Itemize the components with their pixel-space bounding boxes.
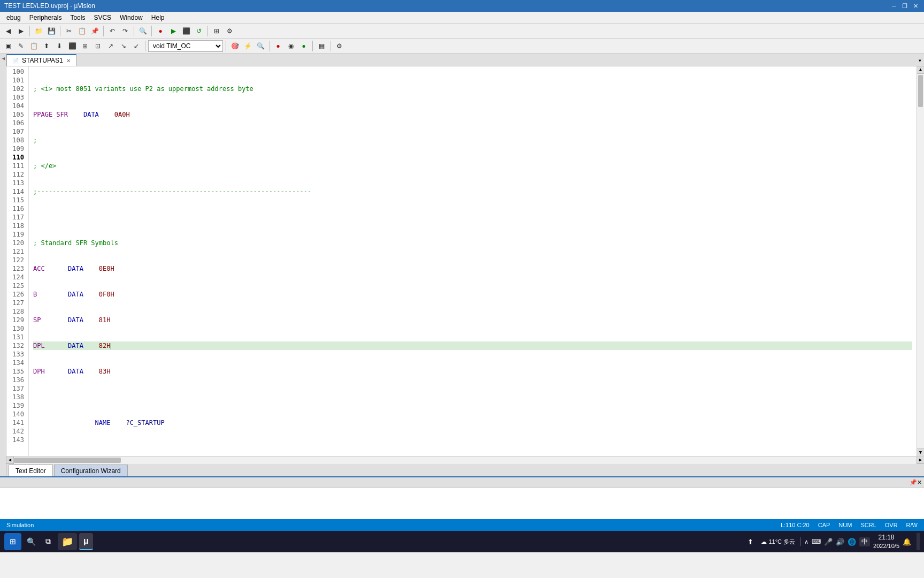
toolbar2-red-dot[interactable]: ●	[272, 40, 284, 52]
ln-141: 141	[9, 419, 26, 427]
toolbar2-btn3[interactable]: 📋	[28, 40, 40, 52]
sep2	[60, 26, 60, 36]
menu-debug[interactable]: ebug	[2, 13, 25, 22]
toolbar-paste[interactable]: 📌	[89, 25, 101, 37]
code-line-105	[33, 213, 912, 222]
toolbar2-bp-clear[interactable]: ◉	[285, 40, 297, 52]
menu-window[interactable]: Window	[116, 13, 147, 22]
toolbar-save[interactable]: 💾	[45, 25, 57, 37]
toolbar-redo[interactable]: ↷	[119, 25, 131, 37]
taskbar-search[interactable]: 🔍	[24, 534, 38, 549]
toolbar2-bp-run[interactable]: ●	[298, 40, 310, 52]
tray-network2[interactable]: 🌐	[848, 538, 856, 546]
toolbar-back[interactable]: ◀	[2, 25, 14, 37]
status-ovr: OVR	[885, 522, 898, 528]
toolbar2-btn2[interactable]: ✎	[15, 40, 27, 52]
close-button[interactable]: ✕	[911, 2, 920, 10]
tray-ime[interactable]: 中	[859, 537, 870, 546]
title-bar: TEST LED/LED.uvproj - µVision ─ ❐ ✕	[0, 0, 924, 12]
window-title: TEST LED/LED.uvproj - µVision	[4, 2, 95, 10]
status-num: NUM	[838, 522, 852, 528]
ln-100: 100	[9, 67, 26, 76]
status-caps: CAP	[818, 522, 830, 528]
h-scroll-right[interactable]: ▶	[917, 457, 924, 464]
toolbar-forward[interactable]: ▶	[15, 25, 27, 37]
bottom-panel-close[interactable]: ✕	[917, 479, 922, 486]
toolbar-cut[interactable]: ✂	[63, 25, 75, 37]
toolbar-open[interactable]: 📁	[33, 25, 44, 37]
code-line-102: ;	[33, 136, 912, 144]
code-area[interactable]: 100 101 102 103 104 105 106 107 108 109 …	[6, 66, 924, 456]
taskbar-uvision[interactable]: μ	[79, 533, 93, 550]
scrollbar-down[interactable]: ▼	[917, 448, 924, 456]
ln-115: 115	[9, 196, 26, 204]
tab-dropdown-btn[interactable]: ▾	[916, 56, 924, 66]
toolbar-copy[interactable]: 📋	[76, 25, 88, 37]
tab-file-icon: 📄	[12, 58, 19, 64]
toolbar2-step-over[interactable]: ↗	[105, 40, 117, 52]
tray-notification[interactable]: 🔔	[903, 538, 911, 546]
bottom-panel-pin[interactable]: 📌	[910, 479, 917, 486]
weather-icon: ☁	[761, 538, 767, 545]
tray-network[interactable]: ⬆	[745, 536, 756, 547]
tab-close-btn[interactable]: ✕	[66, 58, 71, 64]
toolbar2-view[interactable]: ▦	[315, 40, 327, 52]
toolbar-build[interactable]: ●	[155, 25, 166, 37]
scrollbar-track	[917, 108, 924, 448]
toolbar2-search2[interactable]: 🔍	[255, 40, 266, 52]
tab-text-editor[interactable]: Text Editor	[9, 465, 53, 476]
toolbar2-btn4[interactable]: ⬆	[41, 40, 52, 52]
tray-show-desktop[interactable]	[917, 533, 920, 550]
line-numbers: 100 101 102 103 104 105 106 107 108 109 …	[6, 66, 29, 456]
clock-display[interactable]: 21:18 2022/10/5	[873, 533, 899, 550]
ln-114: 114	[9, 187, 26, 196]
toolbar-undo[interactable]: ↶	[106, 25, 118, 37]
taskbar-appbar[interactable]: ⧉	[41, 534, 56, 549]
toolbar2-target[interactable]: 🎯	[229, 40, 241, 52]
tab-configuration-wizard[interactable]: Configuration Wizard	[54, 465, 128, 476]
sep10	[312, 41, 313, 51]
tray-weather[interactable]: ☁ 11°C 多云	[759, 538, 797, 546]
tray-microphone[interactable]: 🎤	[824, 538, 833, 546]
toolbar2-btn7[interactable]: ⊞	[79, 40, 91, 52]
code-line-108: B DATA 0F0H	[33, 290, 912, 299]
tray-keyboard[interactable]: ⌨	[812, 538, 821, 545]
menu-tools[interactable]: Tools	[66, 13, 89, 22]
toolbar2-step-into[interactable]: ↘	[118, 40, 129, 52]
editor-scrollbar-v[interactable]: ▲ ▼	[917, 66, 924, 456]
toolbar-settings[interactable]: ⚙	[224, 25, 235, 37]
minimize-button[interactable]: ─	[890, 2, 898, 10]
taskbar-start[interactable]: ⊞	[4, 533, 21, 550]
toolbar2-btn6[interactable]: ⬛	[66, 40, 78, 52]
scrollbar-thumb[interactable]	[918, 75, 923, 107]
ln-131: 131	[9, 333, 26, 341]
ln-107: 107	[9, 127, 26, 136]
menu-peripherals[interactable]: Peripherals	[25, 13, 66, 22]
window-controls: ─ ❐ ✕	[890, 2, 920, 10]
toolbar2-step-out[interactable]: ↙	[130, 40, 142, 52]
tray-expand[interactable]: ∧	[804, 538, 808, 545]
toolbar-window[interactable]: ⊞	[211, 25, 222, 37]
tray-sound[interactable]: 🔊	[836, 538, 844, 546]
toolbar2-btn8[interactable]: ⊡	[92, 40, 104, 52]
toolbar2-btn1[interactable]: ▣	[2, 40, 14, 52]
function-dropdown[interactable]: void TIM_OC	[148, 40, 223, 52]
bottom-panel-content[interactable]	[0, 488, 924, 519]
toolbar-debug-run[interactable]: ▶	[167, 25, 179, 37]
editor-tab-startupas1[interactable]: 📄 STARTUPAS1 ✕	[6, 54, 76, 66]
h-scroll-left[interactable]: ◀	[6, 457, 14, 464]
toolbar2-flash[interactable]: ⚡	[242, 40, 253, 52]
h-scrollbar[interactable]: ◀ ▶	[6, 456, 924, 463]
toolbar-find[interactable]: 🔍	[137, 25, 149, 37]
menu-svcs[interactable]: SVCS	[89, 13, 116, 22]
toolbar-stop[interactable]: ⬛	[180, 25, 192, 37]
menu-help[interactable]: Help	[147, 13, 169, 22]
toolbar2-extra[interactable]: ⚙	[333, 40, 345, 52]
toolbar2-btn5[interactable]: ⬇	[53, 40, 65, 52]
code-content[interactable]: ; <i> most 8051 variants use P2 as upper…	[29, 66, 917, 456]
toolbar-reset[interactable]: ↺	[193, 25, 205, 37]
taskbar-file-explorer[interactable]: 📁	[58, 533, 77, 550]
restore-button[interactable]: ❐	[900, 2, 909, 10]
h-scroll-thumb[interactable]	[14, 458, 121, 463]
scrollbar-up[interactable]: ▲	[917, 66, 924, 74]
